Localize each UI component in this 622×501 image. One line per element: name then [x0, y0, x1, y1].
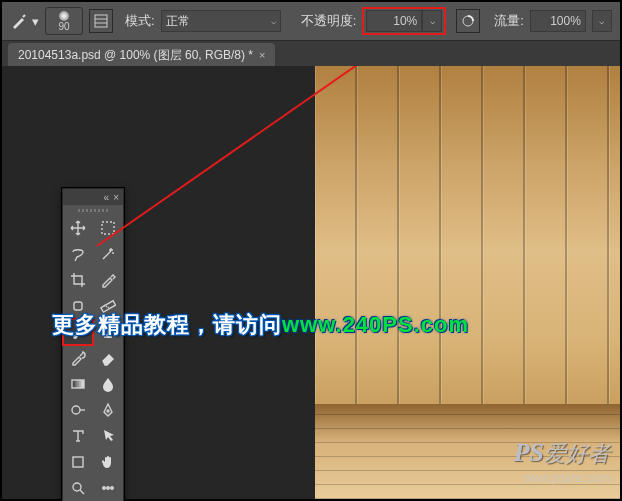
blend-mode-value: 正常 [166, 13, 190, 30]
edit-toolbar-button[interactable] [93, 475, 123, 501]
watermark-brand: PS爱好者 [514, 438, 610, 469]
eyedropper-tool[interactable] [93, 267, 123, 293]
svg-point-7 [107, 410, 109, 412]
gradient-tool[interactable] [63, 371, 93, 397]
chevron-down-icon: ⌵ [599, 16, 604, 26]
svg-rect-0 [95, 15, 107, 27]
tool-panel: « × [62, 188, 124, 501]
options-bar: ▾ 90 模式: 正常 ⌵ 不透明度: 10% ⌵ 流量: 100% ⌵ [2, 2, 620, 41]
svg-rect-5 [72, 380, 84, 388]
lasso-tool[interactable] [63, 241, 93, 267]
zoom-tool[interactable] [63, 475, 93, 501]
svg-point-9 [73, 483, 81, 491]
chevron-down-icon: ▾ [32, 14, 39, 29]
document-tab-bar: 20104513a.psd @ 100% (图层 60, RGB/8) * × [2, 41, 620, 68]
opacity-highlight-annotation: 10% ⌵ [362, 7, 446, 35]
svg-point-6 [72, 406, 80, 414]
dodge-tool[interactable] [63, 397, 93, 423]
tool-preset-button[interactable]: ▾ [10, 12, 39, 30]
blur-tool[interactable] [93, 371, 123, 397]
move-tool[interactable] [63, 215, 93, 241]
hand-tool[interactable] [93, 449, 123, 475]
app-window: ▾ 90 模式: 正常 ⌵ 不透明度: 10% ⌵ 流量: 100% ⌵ 201… [0, 0, 622, 501]
watermark-brand-suffix: 爱好者 [544, 441, 610, 466]
flow-dropdown-button[interactable]: ⌵ [592, 10, 612, 32]
close-tab-button[interactable]: × [259, 49, 265, 61]
svg-point-11 [107, 487, 110, 490]
flow-label: 流量: [494, 12, 524, 30]
marquee-tool[interactable] [93, 215, 123, 241]
chevron-down-icon: ⌵ [430, 16, 435, 26]
eraser-tool[interactable] [93, 345, 123, 371]
blend-mode-select[interactable]: 正常 ⌵ [161, 10, 281, 32]
brush-size-value: 90 [58, 21, 69, 32]
tutorial-overlay-text: 更多精品教程，请访问www.240PS.com [52, 310, 469, 340]
brush-preset-picker[interactable]: 90 [45, 7, 83, 35]
document-tab-title: 20104513a.psd @ 100% (图层 60, RGB/8) * [18, 47, 253, 64]
close-panel-button[interactable]: × [113, 192, 119, 203]
tool-panel-header: « × [63, 189, 123, 205]
opacity-value: 10% [393, 14, 417, 28]
brush-dot-icon [59, 11, 69, 21]
watermark-brand-prefix: PS [514, 438, 544, 467]
brush-panel-toggle[interactable] [89, 9, 113, 33]
watermark-url: www.psahz.com [523, 471, 610, 485]
path-selection-tool[interactable] [93, 423, 123, 449]
chevron-down-icon: ⌵ [271, 16, 276, 26]
shape-tool[interactable] [63, 449, 93, 475]
flow-input[interactable]: 100% [530, 10, 586, 32]
overlay-link: www.240PS.com [282, 312, 469, 337]
canvas-wood-wall [315, 66, 620, 404]
tool-grid [63, 215, 123, 501]
panel-grip[interactable] [63, 205, 123, 215]
work-area: « × [2, 66, 620, 499]
svg-rect-8 [73, 457, 83, 467]
svg-rect-2 [102, 222, 114, 234]
opacity-label: 不透明度: [301, 12, 357, 30]
crop-tool[interactable] [63, 267, 93, 293]
document-tab[interactable]: 20104513a.psd @ 100% (图层 60, RGB/8) * × [8, 43, 275, 67]
overlay-text-a: 更多精品教程，请访问 [52, 312, 282, 337]
svg-point-10 [103, 487, 106, 490]
blend-mode-label: 模式: [125, 12, 155, 30]
pen-tool[interactable] [93, 397, 123, 423]
flow-value: 100% [550, 14, 581, 28]
pressure-opacity-toggle[interactable] [456, 9, 480, 33]
magic-wand-tool[interactable] [93, 241, 123, 267]
document-canvas[interactable] [315, 66, 620, 499]
collapse-panel-button[interactable]: « [104, 192, 110, 203]
svg-point-12 [111, 487, 114, 490]
opacity-input[interactable]: 10% [366, 10, 422, 32]
type-tool[interactable] [63, 423, 93, 449]
history-brush-tool[interactable] [63, 345, 93, 371]
opacity-dropdown-button[interactable]: ⌵ [422, 10, 442, 32]
